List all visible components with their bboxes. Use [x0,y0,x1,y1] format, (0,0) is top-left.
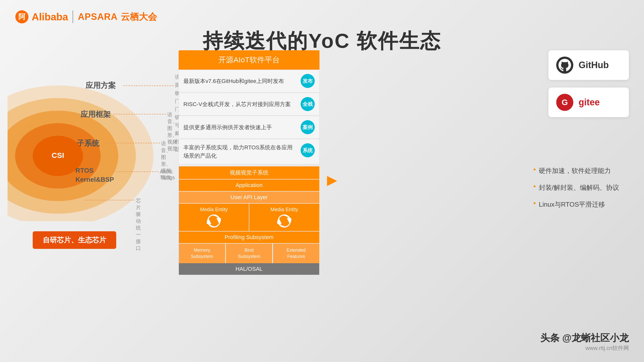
arch-user-api: User API Layer [179,192,319,203]
media-entity-right-label: Media Entity [270,207,298,212]
gitee-icon: G [556,94,574,111]
dotted-line-2 [113,114,166,114]
label-text-yingyong-fangan: 应用方案 [86,81,116,89]
dotted-line-4 [111,171,158,172]
feature-item-3: • Linux与RTOS平滑迁移 [533,200,629,209]
media-entity-right: Media Entity [249,204,319,231]
svg-text:阿: 阿 [18,13,26,21]
subsystem-memory: MemorySubsystem [179,244,225,263]
label-rtos: RTOSKernel&BSP AliOS Things [75,166,114,184]
gitee-label: gitee [579,97,600,108]
label-text-rtos: RTOSKernel&BSP [75,167,114,183]
platform-row-1: 最新版本v7.6在GitHub和gitee上同时发布 发布 [179,70,319,92]
arch-application: Application [179,179,319,191]
feature-item-1: • 硬件加速，软件处理能力 [533,166,629,176]
main-title: 持续迭代的YoC 软件生态 [0,28,644,55]
arrow-to-right [325,171,345,192]
github-icon [556,56,574,74]
platform-row-1-text: 最新版本v7.6在GitHub和gitee上同时发布 [183,77,297,85]
label-text-yingyong-kuangjia: 应用框架 [80,110,111,118]
github-label: GitHub [579,60,609,70]
bullet-1: • [533,165,536,173]
feature-text-3: Linux与RTOS平滑迁移 [539,200,605,209]
subsystem-bind: BindSubsystem [226,244,272,263]
logo-area: 阿 Alibaba APSARA 云栖大会 [15,10,157,24]
right-side: GitHub G gitee [548,50,629,125]
label-text-zixitong: 子系统 [77,139,99,147]
subsystem-row: MemorySubsystem BindSubsystem ExtendedFe… [179,244,319,263]
logo-divider [72,11,73,23]
desc-rtos: AliOS Things [160,169,175,180]
arch-media-row: Media Entity Media Enti [179,204,319,231]
svg-text:CSI: CSI [52,151,64,159]
label-zixitong: 子系统 语音、图形、视频视觉 [77,138,99,149]
platform-badge-3: 案例 [301,120,315,134]
feature-text-1: 硬件加速，软件处理能力 [539,166,611,176]
platform-badge-1: 发布 [301,74,315,88]
desc-csi: 芯片驱动统一接口 [136,197,141,252]
dotted-line-3 [104,143,160,143]
platform-row-3: 提供更多通用示例供开发者快速上手 案例 [179,116,319,139]
bullet-2: • [533,182,536,190]
label-yingyong-kuangjia: 应用框架 语音、图形、视频视觉 [80,109,111,120]
feature-item-2: • 封装/解封装、编解码、协议 [533,183,629,193]
bottom-btn[interactable]: 自研芯片、生态芯片 [33,231,116,249]
dotted-line-1 [123,85,174,86]
platform-badge-2: 全栈 [301,97,315,111]
watermark-main: 头条 @龙蜥社区小龙 [540,332,629,344]
label-yingyong-fangan: 应用方案 语音面板、门铃门锁、可穿戴支付产品 [86,80,116,91]
svg-text:G: G [562,98,568,107]
media-entity-left: Media Entity [179,204,249,231]
arch-profiling: Profiling Subsystem [179,232,319,243]
arch-diagram: 视频视觉子系统 Application User API Layer Media… [179,166,319,275]
alibaba-logo: 阿 Alibaba [15,10,68,24]
platform-row-4: 丰富的子系统实现，助力RTOS系统在各应用场景的产品化 系统 [179,139,319,164]
yunqi-text: 云栖大会 [121,11,157,23]
platform-header: 开源AIoT软件平台 [179,50,319,70]
platform-row-2-text: RISC-V全栈式开发，从芯片对接到应用方案 [183,100,297,108]
header: 阿 Alibaba APSARA 云栖大会 [15,10,629,24]
svg-marker-10 [327,176,337,186]
apsara-text: APSARA [78,12,117,22]
feature-text-2: 封装/解封装、编解码、协议 [539,183,619,193]
media-entity-left-label: Media Entity [200,207,228,212]
dotted-line-5 [84,200,135,200]
alibaba-text: Alibaba [32,11,68,23]
arch-hal-osal: HAL/OSAL [179,263,319,275]
platform-badge-4: 系统 [301,143,315,157]
features-list: • 硬件加速，软件处理能力 • 封装/解封装、编解码、协议 • Linux与RT… [533,166,629,216]
bullet-3: • [533,199,536,207]
left-diagram: CSI 应用方案 语音面板、门铃门锁、可穿戴支付产品 应用框架 语音、图形、视频… [8,55,179,251]
watermark: 头条 @龙蜥社区小龙 www.rttj.cn软件网 [540,332,629,352]
middle-platform: 开源AIoT软件平台 最新版本v7.6在GitHub和gitee上同时发布 发布… [179,50,319,275]
platform-row-4-text: 丰富的子系统实现，助力RTOS系统在各应用场景的产品化 [183,143,297,160]
github-box: GitHub [548,50,629,80]
cycle-icon-left [207,214,221,228]
cycle-icon-right [277,214,291,228]
arch-video-subsystem: 视频视觉子系统 [179,166,319,179]
platform-row-3-text: 提供更多通用示例供开发者快速上手 [183,123,297,131]
platform-row-2: RISC-V全栈式开发，从芯片对接到应用方案 全栈 [179,93,319,115]
watermark-sub: www.rttj.cn软件网 [540,344,629,352]
subsystem-extended: ExtendedFeatures [273,244,319,263]
gitee-box: G gitee [548,87,629,117]
alibaba-icon: 阿 [15,10,29,24]
